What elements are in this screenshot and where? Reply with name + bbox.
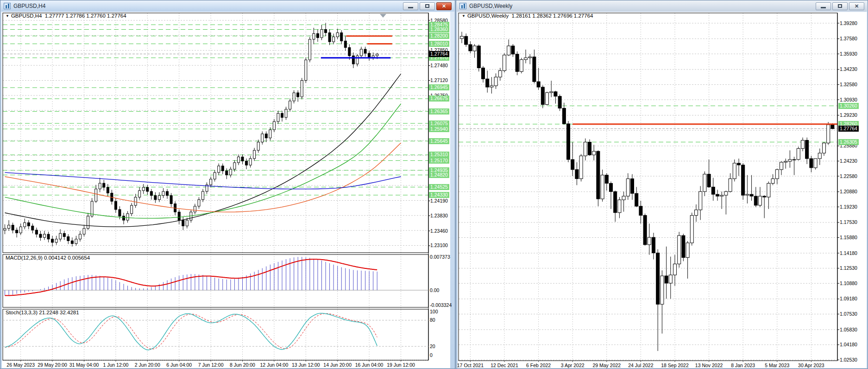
restore-button[interactable] bbox=[832, 2, 848, 10]
mdi-workspace: GBPUSD,H4 ✕ GBPUSD,Weekly ✕ ▼GBPUS bbox=[0, 0, 868, 369]
close-icon: ✕ bbox=[442, 4, 446, 9]
window-title: GBPUSD,H4 bbox=[13, 3, 45, 9]
chart-canvas-h4[interactable] bbox=[2, 12, 450, 368]
restore-icon bbox=[425, 4, 429, 8]
close-button[interactable]: ✕ bbox=[436, 2, 452, 10]
minimize-button[interactable] bbox=[816, 2, 831, 10]
minimize-icon bbox=[408, 7, 413, 8]
restore-button[interactable] bbox=[420, 2, 435, 10]
titlebar-weekly[interactable]: GBPUSD,Weekly ✕ bbox=[457, 0, 867, 12]
titlebar-h4[interactable]: GBPUSD,H4 ✕ bbox=[1, 0, 454, 12]
minimize-button[interactable] bbox=[403, 2, 418, 10]
panel-separator[interactable] bbox=[3, 308, 429, 309]
close-icon: ✕ bbox=[855, 4, 859, 9]
minimize-icon bbox=[821, 7, 826, 8]
window-title: GBPUSD,Weekly bbox=[469, 3, 512, 9]
chart-window-h4: GBPUSD,H4 ✕ bbox=[0, 0, 455, 369]
chart-canvas-weekly[interactable] bbox=[458, 12, 867, 368]
panel-separator[interactable] bbox=[3, 253, 429, 254]
chart-icon bbox=[4, 3, 11, 9]
close-button[interactable]: ✕ bbox=[849, 2, 864, 10]
chart-window-weekly: GBPUSD,Weekly ✕ bbox=[456, 0, 868, 369]
restore-icon bbox=[838, 4, 842, 8]
chart-icon bbox=[459, 3, 466, 9]
